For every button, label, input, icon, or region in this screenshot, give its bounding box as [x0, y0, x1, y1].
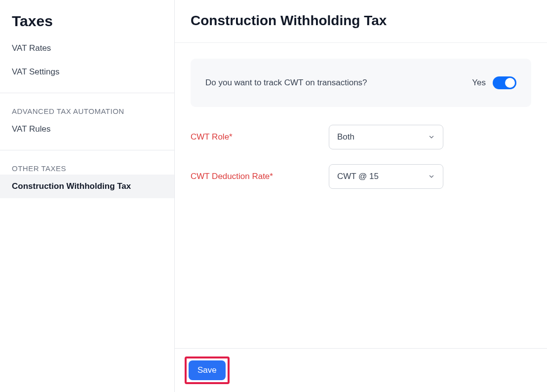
chevron-down-icon [428, 134, 435, 141]
cwt-role-label: CWT Role* [191, 132, 329, 142]
cwt-track-panel: Do you want to track CWT on transactions… [191, 59, 531, 107]
select-value: CWT @ 15 [337, 172, 379, 181]
sidebar-item-label: Construction Withholding Tax [12, 181, 131, 191]
form-rows: CWT Role* Both CWT Deduction Rate* CWT @… [191, 125, 531, 189]
main-header: Construction Withholding Tax [175, 0, 547, 43]
main-body: Do you want to track CWT on transactions… [175, 43, 547, 348]
chevron-down-icon [428, 173, 435, 180]
sidebar-item-label: VAT Rates [12, 43, 51, 53]
cwt-track-toggle[interactable] [493, 76, 516, 89]
page-title: Construction Withholding Tax [191, 13, 531, 29]
cwt-rate-label: CWT Deduction Rate* [191, 172, 329, 181]
save-button[interactable]: Save [189, 360, 226, 380]
sidebar-section-advanced-header: ADVANCED TAX AUTOMATION [0, 93, 174, 117]
main: Construction Withholding Tax Do you want… [175, 0, 547, 392]
form-row-cwt-rate: CWT Deduction Rate* CWT @ 15 [191, 164, 531, 189]
sidebar-item-vat-rules[interactable]: VAT Rules [0, 117, 174, 141]
footer: Save [175, 348, 547, 392]
form-row-cwt-role: CWT Role* Both [191, 125, 531, 149]
cwt-role-select[interactable]: Both [329, 125, 443, 149]
toggle-value-text: Yes [472, 78, 486, 88]
select-value: Both [337, 132, 354, 142]
cwt-track-question: Do you want to track CWT on transactions… [205, 78, 367, 88]
sidebar-item-label: VAT Rules [12, 124, 50, 134]
toggle-wrap: Yes [472, 76, 516, 89]
toggle-knob [505, 78, 515, 88]
sidebar-item-vat-rates[interactable]: VAT Rates [0, 36, 174, 60]
sidebar-section-other-header: OTHER TAXES [0, 150, 174, 175]
sidebar-item-construction-withholding-tax[interactable]: Construction Withholding Tax [0, 175, 174, 198]
save-button-highlight: Save [185, 356, 230, 384]
sidebar: Taxes VAT Rates VAT Settings ADVANCED TA… [0, 0, 175, 392]
sidebar-item-vat-settings[interactable]: VAT Settings [0, 60, 174, 84]
sidebar-item-label: VAT Settings [12, 67, 59, 76]
cwt-rate-select[interactable]: CWT @ 15 [329, 164, 443, 189]
sidebar-title: Taxes [0, 0, 174, 36]
